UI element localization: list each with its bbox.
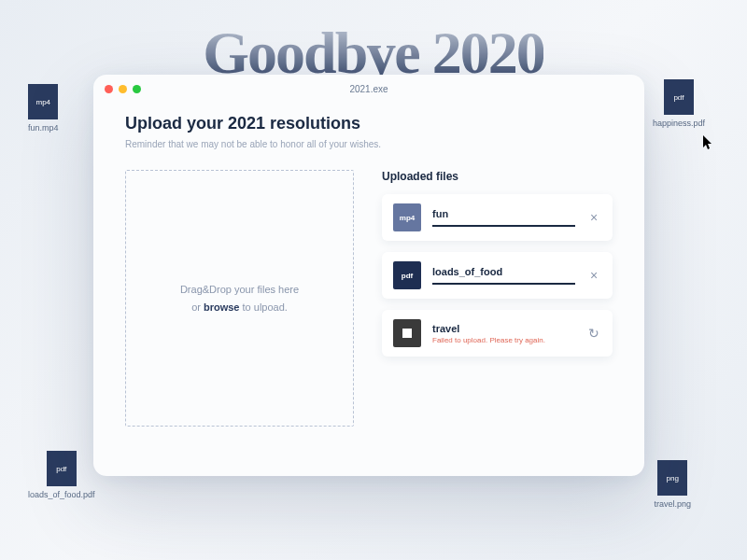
uploaded-files-heading: Uploaded files [382, 170, 613, 183]
file-type-badge: mp4 [393, 203, 421, 231]
file-type-icon: pdf [47, 451, 77, 486]
desktop-file-fun[interactable]: mp4 fun.mp4 [28, 84, 59, 133]
file-label: loads_of_food.pdf [28, 490, 95, 499]
dropzone-tail: to ulpoad. [239, 301, 287, 313]
file-type-badge: pdf [393, 261, 421, 289]
cursor-icon [703, 135, 714, 153]
file-label: fun.mp4 [28, 123, 59, 133]
dropzone-or: or [191, 301, 204, 313]
browse-link[interactable]: browse [204, 301, 240, 313]
app-window: 2021.exe Upload your 2021 resolutions Re… [93, 75, 644, 476]
maximize-icon[interactable] [133, 85, 141, 93]
file-type-icon: png [657, 460, 687, 496]
remove-file-button[interactable]: × [586, 268, 601, 283]
remove-file-button[interactable]: × [586, 210, 601, 225]
uploaded-file-card-error: travel Failed to upload. Please try agai… [382, 310, 613, 357]
desktop-file-happiness[interactable]: pdf happiness.pdf [653, 79, 705, 128]
file-name: fun [432, 208, 575, 219]
dropzone-text: Drag&Drop your files here [180, 284, 299, 295]
uploaded-file-card: mp4 fun × [382, 194, 613, 241]
file-label: happiness.pdf [653, 119, 705, 128]
uploaded-file-card: pdf loads_of_food × [382, 252, 613, 299]
desktop-file-travel[interactable]: png travel.png [654, 460, 691, 509]
error-message: Failed to upload. Please try again. [432, 336, 575, 344]
retry-button[interactable]: ↻ [586, 326, 601, 341]
file-type-icon: pdf [664, 79, 694, 115]
file-name: travel [432, 323, 575, 334]
traffic-lights [105, 85, 141, 93]
stop-icon [393, 319, 421, 347]
file-type-icon: mp4 [28, 84, 58, 119]
page-title: Upload your 2021 resolutions [125, 114, 613, 133]
progress-bar [432, 225, 575, 227]
progress-bar [432, 283, 575, 285]
minimize-icon[interactable] [119, 85, 127, 93]
page-subtitle: Reminder that we may not be able to hono… [125, 139, 613, 149]
window-title: 2021.exe [93, 84, 644, 94]
file-label: travel.png [654, 499, 691, 509]
desktop-file-loads-of-food[interactable]: pdf loads_of_food.pdf [28, 451, 95, 499]
close-icon[interactable] [105, 85, 113, 93]
file-name: loads_of_food [432, 266, 575, 277]
titlebar[interactable]: 2021.exe [93, 75, 644, 103]
file-dropzone[interactable]: Drag&Drop your files here or browse to u… [125, 170, 354, 427]
